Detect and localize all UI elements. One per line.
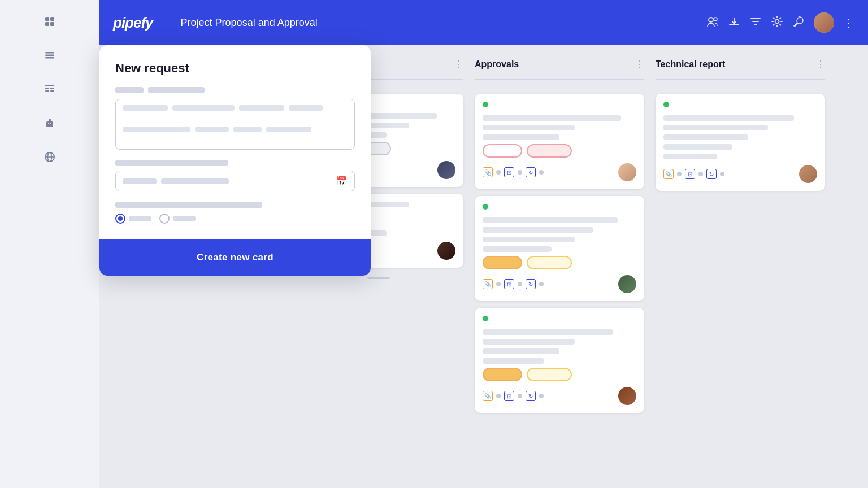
card-approvals-1[interactable]: 📎 ⊡ ↻ xyxy=(475,94,644,189)
radio-btn-1[interactable] xyxy=(115,213,125,224)
card-tag-yellow2[interactable] xyxy=(527,368,572,381)
card-skeleton-line xyxy=(483,125,575,130)
date-field-inner xyxy=(123,178,336,184)
radio-option-2[interactable] xyxy=(159,213,196,224)
icon-attach-a2[interactable]: 📎 xyxy=(483,279,493,289)
modal-title: New request xyxy=(115,61,355,76)
modal-textarea[interactable] xyxy=(115,99,355,150)
ta-skel7 xyxy=(233,127,262,132)
svg-rect-9 xyxy=(50,88,54,89)
avatar-technical-1 xyxy=(799,165,817,183)
svg-rect-6 xyxy=(45,57,54,59)
modal-overlay: New request xyxy=(99,45,371,276)
import-icon[interactable] xyxy=(728,15,740,30)
card-skeleton-line xyxy=(663,115,794,121)
column-title-technical-report: Technical report xyxy=(656,59,810,69)
icon-copy-a1[interactable]: ⊡ xyxy=(504,167,514,177)
svg-rect-11 xyxy=(50,90,54,92)
svg-rect-8 xyxy=(45,88,49,89)
card-tags-approvals-3 xyxy=(483,368,636,381)
more-icon[interactable]: ⋮ xyxy=(843,16,854,29)
icon-attach-a3[interactable]: 📎 xyxy=(483,391,493,401)
dot-a8 xyxy=(518,394,522,398)
ta-skel2 xyxy=(172,105,235,111)
project-title: Project Proposal and Approval xyxy=(181,17,706,29)
icon-refresh-a3[interactable]: ↻ xyxy=(526,391,536,401)
svg-point-21 xyxy=(714,18,717,21)
icon-refresh-t1[interactable]: ↻ xyxy=(706,169,717,179)
field2-label xyxy=(115,160,355,166)
column-menu-technical-report[interactable]: ⋮ xyxy=(816,59,825,69)
card-skeleton-line xyxy=(483,217,618,223)
card-skeleton-line xyxy=(483,246,552,252)
column-menu-approvals[interactable]: ⋮ xyxy=(635,59,644,69)
card-skeleton-line xyxy=(483,227,593,233)
card-tag-pink-outline[interactable] xyxy=(483,144,522,158)
card-status-dot-green xyxy=(483,102,488,107)
card-tag-pink-filled[interactable] xyxy=(527,144,572,158)
card-footer-approvals-1: 📎 ⊡ ↻ xyxy=(483,163,636,181)
card-footer-technical-1: 📎 ⊡ ↻ xyxy=(663,165,817,183)
sidebar-item-grid[interactable] xyxy=(40,11,60,32)
filter-icon[interactable] xyxy=(749,15,762,30)
icon-refresh-a1[interactable]: ↻ xyxy=(526,167,536,177)
icon-refresh-a2[interactable]: ↻ xyxy=(526,279,536,289)
icon-copy-a2[interactable]: ⊡ xyxy=(504,279,514,289)
user-avatar[interactable] xyxy=(814,12,834,33)
card-skeleton-line xyxy=(663,144,732,150)
sidebar-item-table[interactable] xyxy=(40,79,60,99)
column-menu-pending-data[interactable]: ⋮ xyxy=(454,59,463,69)
card-tag-orange2[interactable] xyxy=(483,368,522,381)
radio-btn-2[interactable] xyxy=(159,213,170,224)
svg-rect-4 xyxy=(45,52,54,54)
card-status-dot-green2 xyxy=(483,204,488,210)
icon-copy-t1[interactable]: ⊡ xyxy=(685,169,695,179)
ta-skel6 xyxy=(195,127,229,132)
card-approvals-3[interactable]: 📎 ⊡ ↻ xyxy=(475,308,644,413)
dot-a9 xyxy=(539,394,544,398)
dot-t2 xyxy=(698,172,703,176)
field3-label-skel xyxy=(115,202,262,208)
column-technical-report: Technical report ⋮ 📎 ⊡ ↻ xyxy=(656,59,825,474)
card-skeleton-line xyxy=(663,134,748,140)
card-skeleton-line xyxy=(663,154,717,159)
dot-a4 xyxy=(496,282,501,286)
svg-rect-7 xyxy=(45,85,54,86)
svg-rect-2 xyxy=(45,22,49,26)
wrench-icon[interactable] xyxy=(792,15,805,30)
sidebar-item-globe[interactable] xyxy=(40,147,60,167)
field1-label-skel2 xyxy=(148,87,205,93)
header-actions: ⋮ xyxy=(706,12,854,33)
dot-t3 xyxy=(720,172,724,176)
svg-rect-16 xyxy=(49,119,50,120)
sidebar-item-bot[interactable] xyxy=(40,113,60,133)
card-technical-1[interactable]: 📎 ⊡ ↻ xyxy=(656,94,825,191)
ta-skel1 xyxy=(123,105,168,111)
svg-rect-10 xyxy=(45,90,49,92)
icon-attach-a1[interactable]: 📎 xyxy=(483,167,493,177)
dot-a3 xyxy=(539,170,544,175)
avatar-approvals-1 xyxy=(618,163,636,181)
svg-rect-3 xyxy=(50,22,54,26)
card-footer-approvals-3: 📎 ⊡ ↻ xyxy=(483,387,636,405)
sidebar-item-list[interactable] xyxy=(40,45,60,66)
icon-copy-a3[interactable]: ⊡ xyxy=(504,391,514,401)
radio-option-1[interactable] xyxy=(115,213,151,224)
dot-a2 xyxy=(518,170,522,175)
card-tag-orange1[interactable] xyxy=(483,256,522,269)
svg-rect-13 xyxy=(48,123,49,124)
calendar-icon[interactable]: 📅 xyxy=(336,176,348,186)
card-assignee-avatar3 xyxy=(437,242,455,260)
modal-date-field[interactable]: 📅 xyxy=(115,171,355,191)
svg-rect-12 xyxy=(46,121,53,127)
icon-attach-t1[interactable]: 📎 xyxy=(663,169,674,179)
card-approvals-2[interactable]: 📎 ⊡ ↻ xyxy=(475,196,644,301)
column-bar-approvals xyxy=(475,79,644,80)
app-header: pipefy Project Proposal and Approval xyxy=(99,0,868,45)
card-skeleton-line xyxy=(483,329,613,335)
card-tag-yellow1[interactable] xyxy=(527,256,572,269)
dot-a1 xyxy=(496,170,501,175)
create-card-button[interactable]: Create new card xyxy=(197,252,274,263)
people-icon[interactable] xyxy=(706,15,719,30)
settings-icon[interactable] xyxy=(771,15,783,30)
